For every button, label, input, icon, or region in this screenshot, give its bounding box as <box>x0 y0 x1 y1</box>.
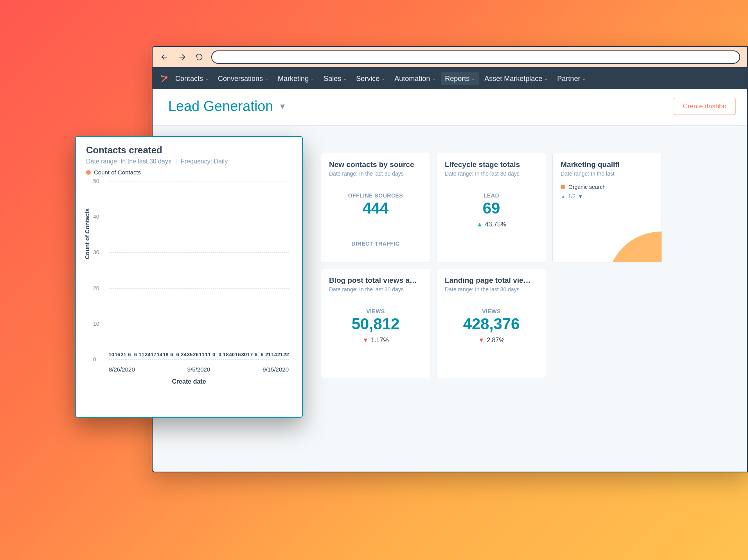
bar-value-label: 21 <box>120 352 126 357</box>
chevron-down-icon: ⌄ <box>205 76 209 81</box>
bar-value-label: 0 <box>218 352 221 357</box>
card-title: Lifecycle stage totals <box>445 160 538 169</box>
bar-value-label: 26 <box>193 352 198 357</box>
bar-value-label: 24 <box>181 352 186 357</box>
dashboard-title-dropdown[interactable]: Lead Generation ▼ <box>168 98 286 115</box>
card-landing-page-views[interactable]: Landing page total vie… Date range: In t… <box>437 269 546 378</box>
kpi-label: VIEWS <box>445 308 538 314</box>
kpi-delta: ▼2.87% <box>445 337 538 344</box>
chart-meta: Date range: In the last 30 days|Frequenc… <box>86 158 292 165</box>
nav-item-asset-marketplace[interactable]: Asset Marketplace⌄ <box>480 72 552 85</box>
kpi-label: VIEWS <box>329 308 422 314</box>
card-subtitle: Date range: In the last 30 days <box>445 286 538 293</box>
dashboard-header: Lead Generation ▼ Create dashbo <box>153 89 747 125</box>
bar-value-label: 17 <box>247 352 253 357</box>
x-tick-label: 9/15/2020 <box>263 366 289 373</box>
bar-value-label: 11 <box>205 352 210 357</box>
card-subtitle: Date range: In the last 30 days <box>329 286 422 293</box>
top-nav: Contacts⌄Conversations⌄Marketing⌄Sales⌄S… <box>153 68 747 89</box>
x-tick-label: 9/5/2020 <box>187 366 210 373</box>
chevron-down-icon: ⌄ <box>471 76 475 81</box>
bar-value-label: 30 <box>241 352 246 357</box>
y-tick-label: 0 <box>93 356 96 363</box>
bar-value-label: 21 <box>277 352 283 357</box>
browser-toolbar <box>153 47 747 68</box>
nav-item-reports[interactable]: Reports⌄ <box>441 72 479 85</box>
kpi-value: 50,812 <box>329 315 422 333</box>
kpi-label-2: DIRECT TRAFFIC <box>329 241 422 247</box>
card-subtitle: Date range: In the last 30 days <box>445 171 538 177</box>
triangle-down-icon: ▼ <box>478 337 484 344</box>
bar-value-label: 24 <box>145 352 150 357</box>
chevron-down-icon: ⌄ <box>544 76 548 81</box>
nav-item-automation[interactable]: Automation⌄ <box>390 72 439 85</box>
card-lifecycle-stage-totals[interactable]: Lifecycle stage totals Date range: In th… <box>437 153 546 262</box>
bar-value-label: 6 <box>128 352 131 357</box>
nav-item-conversations[interactable]: Conversations⌄ <box>214 72 272 85</box>
chevron-down-icon: ⌄ <box>582 76 586 81</box>
bar-value-label: 14 <box>271 352 277 357</box>
create-dashboard-button[interactable]: Create dashbo <box>674 98 735 115</box>
y-tick-label: 40 <box>93 214 99 220</box>
x-tick-label: 8/26/2020 <box>109 366 135 373</box>
legend-dot-icon <box>561 185 565 189</box>
kpi-label: OFFLINE SOURCES <box>329 192 422 199</box>
bar-value-label: 11 <box>139 352 144 357</box>
bar-value-label: 22 <box>283 352 289 357</box>
nav-item-service[interactable]: Service⌄ <box>352 72 389 85</box>
card-subtitle: Date range: In the last 30 days <box>329 171 422 177</box>
reload-icon[interactable] <box>194 52 204 62</box>
kpi-delta: ▲43.75% <box>445 221 538 228</box>
card-marketing-qualified[interactable]: Marketing qualifi Date range: In the las… <box>552 153 662 262</box>
bar-value-label: 14 <box>157 352 162 357</box>
card-new-contacts-by-source[interactable]: New contacts by source Date range: In th… <box>321 153 430 262</box>
chevron-down-icon: ▼ <box>279 102 286 111</box>
card-blog-post-views[interactable]: Blog post total views a… Date range: In … <box>321 269 430 378</box>
plot-area: 1016216611241714186624352611110018401630… <box>109 181 289 359</box>
card-title: Blog post total views a… <box>329 276 422 285</box>
bar-value-label: 6 <box>261 352 263 357</box>
nav-item-partner[interactable]: Partner⌄ <box>553 72 590 85</box>
bar-value-label: 21 <box>265 352 271 357</box>
chart-title: Contacts created <box>86 145 292 156</box>
bar-chart: Count of Contacts 1016216611241714186624… <box>86 181 292 388</box>
legend-item: Organic search <box>561 184 654 190</box>
card-grid-row1b: Blog post total views a… Date range: In … <box>321 269 738 378</box>
kpi-value: 69 <box>445 199 538 217</box>
bar-value-label: 17 <box>151 352 156 357</box>
card-title: Landing page total vie… <box>445 276 538 285</box>
forward-icon[interactable] <box>177 52 187 62</box>
bar-value-label: 35 <box>187 352 192 357</box>
card-title: Marketing qualifi <box>561 160 654 169</box>
bar-value-label: 18 <box>163 352 168 357</box>
contacts-created-chart-card[interactable]: Contacts created Date range: In the last… <box>75 136 303 418</box>
kpi-label: LEAD <box>445 192 538 199</box>
nav-item-sales[interactable]: Sales⌄ <box>320 72 351 85</box>
nav-item-marketing[interactable]: Marketing⌄ <box>274 72 318 85</box>
nav-item-contacts[interactable]: Contacts⌄ <box>171 72 212 85</box>
kpi-delta: ▼1.17% <box>329 337 422 344</box>
y-tick-label: 50 <box>93 178 99 184</box>
card-grid-row1: New contacts by source Date range: In th… <box>321 153 738 262</box>
pager[interactable]: ▲1/2▼ <box>561 193 654 199</box>
y-tick-label: 20 <box>93 285 99 291</box>
chevron-down-icon: ⌄ <box>381 76 385 81</box>
y-tick-label: 30 <box>93 249 99 255</box>
dashboard-title: Lead Generation <box>168 98 273 115</box>
triangle-down-icon: ▼ <box>362 337 369 344</box>
bar-value-label: 40 <box>229 352 235 357</box>
x-axis-title: Create date <box>86 378 292 385</box>
back-icon[interactable] <box>160 52 170 62</box>
triangle-up-icon: ▲ <box>561 194 566 199</box>
hubspot-logo-icon <box>160 74 169 83</box>
kpi-value: 444 <box>329 199 422 217</box>
legend-dot-icon <box>86 170 91 175</box>
url-bar[interactable] <box>211 50 740 64</box>
bar-value-label: 6 <box>170 352 173 357</box>
triangle-up-icon: ▲ <box>476 221 483 228</box>
x-axis-ticks: 8/26/20209/5/20209/15/2020 <box>109 366 289 373</box>
bar-value-label: 16 <box>235 352 241 357</box>
chevron-down-icon: ⌄ <box>343 76 347 81</box>
card-title: New contacts by source <box>329 160 422 169</box>
bar-value-label: 16 <box>115 352 120 357</box>
